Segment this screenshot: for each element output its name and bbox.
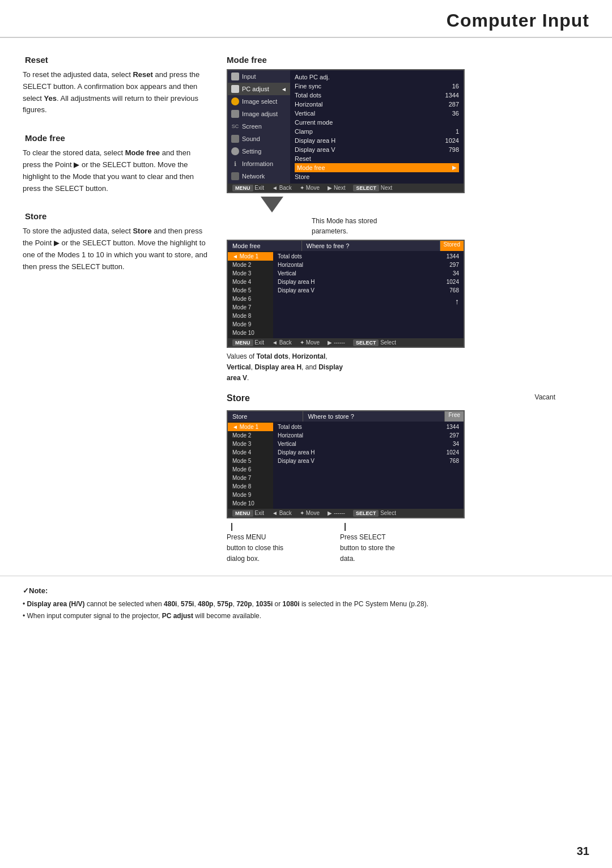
store-mode-7-item[interactable]: Mode 7 xyxy=(228,474,273,482)
mode-6-item[interactable]: Mode 6 xyxy=(228,295,273,303)
this-mode-text: This Mode has storedparameters. xyxy=(312,216,377,236)
sidebar-information-label: Information xyxy=(242,160,273,167)
press-select-col: Press SELECTbutton to store thedata. xyxy=(340,523,431,565)
mode-4-item[interactable]: Mode 4 xyxy=(228,278,273,286)
press-select-text: Press SELECTbutton to store thedata. xyxy=(340,532,431,565)
sidebar-setting: Setting xyxy=(228,145,290,158)
reset-title: Reset xyxy=(23,55,210,65)
caption-text: Values of Total dots, Horizontal, Vertic… xyxy=(227,351,589,384)
store-diagram-title: Store xyxy=(227,393,250,403)
sidebar-sound-label: Sound xyxy=(242,135,260,142)
pc-adjust-icon xyxy=(231,85,239,93)
network-icon xyxy=(231,172,239,180)
osd-menu-1-body: Input PC adjust ◄ Image select Image adj… xyxy=(228,70,464,184)
mode-9-item[interactable]: Mode 9 xyxy=(228,320,273,329)
osd-fine-sync: Fine sync16 xyxy=(295,82,459,91)
store-mode-5-item[interactable]: Mode 5 xyxy=(228,457,273,465)
press-menu-text: Press MENUbutton to close thisdialog box… xyxy=(227,532,317,565)
osd-stored-label: Stored xyxy=(440,241,464,251)
osd-menu-btn-3: MENU xyxy=(232,510,253,517)
mode-3-item[interactable]: Mode 3 xyxy=(228,269,273,278)
press-buttons-section: Press MENUbutton to close thisdialog box… xyxy=(227,523,589,565)
osd-dialog-1-values: Total dots1344 Horizontal297 Vertical34 … xyxy=(273,251,464,338)
sidebar-information: ℹ Information xyxy=(228,158,290,170)
info-icon: ℹ xyxy=(231,160,239,168)
osd-dialog-2: Store Where to store ? Free ◄ Mode 1 Mod… xyxy=(227,410,465,518)
sidebar-pc-adjust[interactable]: PC adjust ◄ xyxy=(228,83,290,95)
store-mode-4-item[interactable]: Mode 4 xyxy=(228,448,273,457)
osd-dialog-2-body: ◄ Mode 1 Mode 2 Mode 3 Mode 4 Mode 5 Mod… xyxy=(228,422,464,509)
osd-main-1: Auto PC adj. Fine sync16 Total dots1344 … xyxy=(290,70,464,184)
store-mode-6-item[interactable]: Mode 6 xyxy=(228,465,273,474)
store-mode-3-item[interactable]: Mode 3 xyxy=(228,440,273,448)
osd-dialog-1-col-label: Mode free xyxy=(228,241,302,251)
content-area: Reset To reset the adjusted data, select… xyxy=(0,38,612,564)
left-column: Reset To reset the adjusted data, select… xyxy=(23,55,210,564)
store-text: To store the adjusted data, select Store… xyxy=(23,225,210,273)
sidebar-input: Input xyxy=(228,70,290,83)
sidebar-sound: Sound xyxy=(228,133,290,145)
osd-sidebar-1: Input PC adjust ◄ Image select Image adj… xyxy=(228,70,290,184)
dialog-total-dots: Total dots1344 xyxy=(278,252,459,261)
store-display-v: Display area V768 xyxy=(278,457,459,465)
dialog-horizontal: Horizontal297 xyxy=(278,261,459,269)
pc-adjust-arrow: ◄ xyxy=(281,86,287,92)
note-title: ✓Note: xyxy=(23,586,589,595)
note-text: • Display area (H/V) cannot be selected … xyxy=(23,598,589,622)
note-section: ✓Note: • Display area (H/V) cannot be se… xyxy=(0,576,612,633)
reset-text: To reset the adjusted data, select Reset… xyxy=(23,69,210,116)
press-select-line xyxy=(345,523,346,531)
store-total-dots: Total dots1344 xyxy=(278,423,459,431)
note-bullet-1: • Display area (H/V) cannot be selected … xyxy=(23,598,589,610)
osd-menu-btn: MENU xyxy=(232,185,253,192)
dialog-vertical: Vertical34 xyxy=(278,269,459,278)
store-horizontal: Horizontal297 xyxy=(278,431,459,440)
osd-menu-btn-2: MENU xyxy=(232,339,253,346)
right-column: Mode free Input PC adjust ◄ xyxy=(227,55,589,564)
store-mode-8-item[interactable]: Mode 8 xyxy=(228,482,273,491)
osd-modes-2: ◄ Mode 1 Mode 2 Mode 3 Mode 4 Mode 5 Mod… xyxy=(228,422,273,509)
mode-2-item[interactable]: Mode 2 xyxy=(228,261,273,269)
mode-8-item[interactable]: Mode 8 xyxy=(228,312,273,320)
store-mode-9-item[interactable]: Mode 9 xyxy=(228,491,273,499)
store-mode-10-item[interactable]: Mode 10 xyxy=(228,499,273,508)
mode-free-title: Mode free xyxy=(23,133,210,143)
osd-dialog-2-col-where: Where to store ? xyxy=(303,411,445,422)
sidebar-image-select-label: Image select xyxy=(242,98,277,105)
this-mode-container: This Mode has storedparameters. xyxy=(227,216,589,236)
press-menu-col: Press MENUbutton to close thisdialog box… xyxy=(227,523,317,565)
osd-free-label: Free xyxy=(445,411,464,422)
image-adjust-icon xyxy=(231,110,239,118)
osd-dialog-2-header: Store Where to store ? Free xyxy=(228,411,464,422)
osd-current-mode: Current mode xyxy=(295,118,459,127)
store-vertical: Vertical34 xyxy=(278,440,459,448)
mode-7-item[interactable]: Mode 7 xyxy=(228,303,273,312)
dialog-display-h: Display area H1024 xyxy=(278,278,459,286)
osd-display-area-h: Display area H1024 xyxy=(295,136,459,145)
mode-free-diagram-label: Mode free xyxy=(227,55,589,65)
osd-mode-free-highlighted: Mode free▶ xyxy=(295,163,459,172)
sound-icon xyxy=(231,135,239,143)
osd-auto-pc: Auto PC adj. xyxy=(295,73,459,82)
mode-1-item[interactable]: ◄ Mode 1 xyxy=(228,252,273,261)
sidebar-image-adjust: Image adjust xyxy=(228,108,290,120)
osd-select-btn-3: SELECT xyxy=(353,510,379,517)
osd-dialog-2-values: Total dots1344 Horizontal297 Vertical34 … xyxy=(273,422,464,509)
mode-5-item[interactable]: Mode 5 xyxy=(228,286,273,295)
osd-dialog-1-body: ◄ Mode 1 Mode 2 Mode 3 Mode 4 Mode 5 Mod… xyxy=(228,251,464,338)
osd-clamp: Clamp1 xyxy=(295,127,459,136)
osd-dialog-1-col-where: Where to free ? xyxy=(302,241,440,251)
osd-vertical: Vertical36 xyxy=(295,109,459,118)
page-number: 31 xyxy=(577,845,589,858)
sidebar-screen: SC Screen xyxy=(228,120,290,133)
vacant-label: Vacant xyxy=(535,393,555,401)
sidebar-screen-label: Screen xyxy=(242,123,262,130)
osd-reset: Reset xyxy=(295,154,459,163)
screen-icon: SC xyxy=(231,124,239,129)
store-mode-2-item[interactable]: Mode 2 xyxy=(228,431,273,440)
mode-10-item[interactable]: Mode 10 xyxy=(228,329,273,337)
arrow-indicator: ↑ xyxy=(278,297,459,306)
osd-select-btn: SELECT xyxy=(353,185,379,192)
store-mode-1-item[interactable]: ◄ Mode 1 xyxy=(228,423,273,431)
osd-dialog-1: Mode free Where to free ? Stored ◄ Mode … xyxy=(227,240,465,348)
